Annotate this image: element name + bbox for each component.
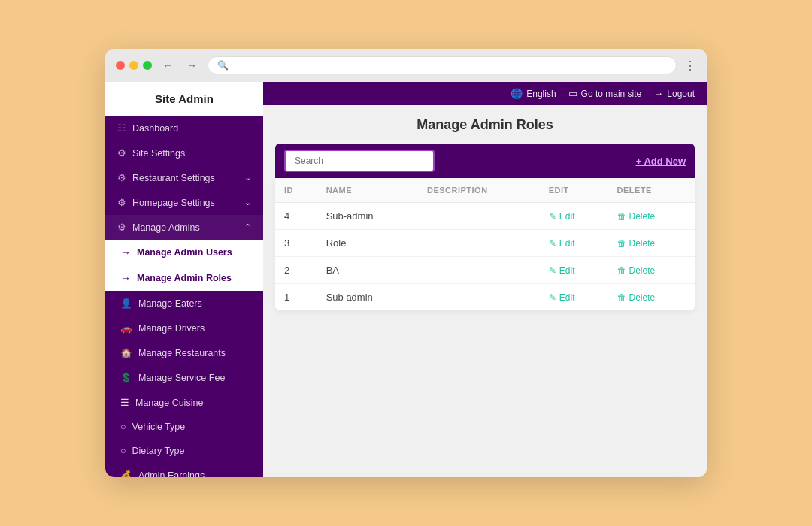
cell-edit: ✎ Edit — [540, 230, 608, 257]
trash-icon: 🗑 — [617, 211, 626, 222]
cell-delete: 🗑 Delete — [608, 284, 695, 311]
sidebar-item-restaurant-settings[interactable]: ⚙ Restaurant Settings ⌄ — [105, 165, 263, 190]
cell-id: 2 — [275, 257, 317, 284]
delete-link[interactable]: 🗑 Delete — [617, 238, 686, 249]
sidebar-item-homepage-settings[interactable]: ⚙ Homepage Settings ⌄ — [105, 190, 263, 215]
service-fee-icon: 💲 — [120, 372, 132, 383]
drivers-icon: 🚗 — [120, 322, 132, 334]
app-layout: Site Admin ☷ Dashboard ⚙ Site Settings ⚙… — [105, 82, 707, 477]
dietary-icon: ○ — [120, 446, 126, 456]
logout-button[interactable]: → Logout — [653, 88, 695, 99]
table-row: 3 Role ✎ Edit 🗑 Delete — [275, 230, 695, 257]
page-title: Manage Admin Roles — [275, 117, 695, 133]
trash-icon: 🗑 — [617, 292, 626, 303]
browser-chrome: ← → 🔍 ⋮ — [105, 49, 707, 82]
cell-id: 4 — [275, 203, 317, 230]
cell-delete: 🗑 Delete — [608, 203, 695, 230]
sidebar-item-manage-admin-roles[interactable]: → Manage Admin Roles — [105, 265, 263, 291]
sidebar-label-vehicle-type: Vehicle Type — [132, 422, 186, 432]
traffic-lights — [116, 61, 152, 70]
cell-edit: ✎ Edit — [540, 284, 608, 311]
sidebar-label-manage-drivers: Manage Drivers — [138, 323, 205, 334]
add-new-button[interactable]: + Add New — [636, 156, 686, 167]
top-nav: 🌐 English ▭ Go to main site → Logout — [263, 82, 707, 105]
close-button[interactable] — [116, 61, 125, 70]
edit-link[interactable]: ✎ Edit — [549, 292, 599, 303]
cell-name: BA — [317, 257, 418, 284]
trash-icon: 🗑 — [617, 265, 626, 276]
forward-button[interactable]: → — [183, 58, 200, 73]
sidebar-item-manage-admin-users[interactable]: → Manage Admin Users — [105, 240, 263, 265]
col-id: ID — [275, 178, 317, 203]
sidebar-label-manage-cuisine: Manage Cuisine — [135, 398, 203, 408]
sidebar-item-dashboard[interactable]: ☷ Dashboard — [105, 116, 263, 141]
sidebar-item-vehicle-type[interactable]: ○ Vehicle Type — [105, 415, 263, 439]
homepage-settings-icon: ⚙ — [117, 197, 126, 208]
sidebar-label-site-settings: Site Settings — [132, 148, 185, 159]
pencil-icon: ✎ — [549, 211, 556, 222]
globe-icon: 🌐 — [511, 88, 523, 99]
edit-link[interactable]: ✎ Edit — [549, 265, 599, 276]
minimize-button[interactable] — [129, 61, 138, 70]
delete-link[interactable]: 🗑 Delete — [617, 211, 686, 222]
pencil-icon: ✎ — [549, 265, 556, 276]
sidebar-item-manage-admins[interactable]: ⚙ Manage Admins ⌃ — [105, 215, 263, 240]
col-delete: DELETE — [608, 178, 695, 203]
edit-link[interactable]: ✎ Edit — [549, 211, 599, 222]
col-edit: EDIT — [540, 178, 608, 203]
language-selector[interactable]: 🌐 English — [511, 88, 556, 99]
sidebar-brand: Site Admin — [105, 82, 263, 116]
sidebar-item-manage-cuisine[interactable]: ☰ Manage Cuisine — [105, 390, 263, 415]
cell-id: 3 — [275, 230, 317, 257]
table-row: 2 BA ✎ Edit 🗑 Delete — [275, 257, 695, 284]
sidebar-label-dashboard: Dashboard — [132, 123, 178, 134]
sidebar-label-dietary-type: Dietary Type — [132, 446, 185, 456]
sidebar-item-dietary-type[interactable]: ○ Dietary Type — [105, 439, 263, 463]
table-header-row: ID NAME DESCRIPTION EDIT DELETE — [275, 178, 695, 203]
search-icon: 🔍 — [217, 60, 229, 71]
more-options-button[interactable]: ⋮ — [684, 59, 696, 73]
sidebar-label-manage-admins: Manage Admins — [132, 222, 200, 233]
sidebar-label-manage-eaters: Manage Eaters — [138, 298, 202, 309]
sidebar: Site Admin ☷ Dashboard ⚙ Site Settings ⚙… — [105, 82, 263, 477]
sidebar-item-manage-eaters[interactable]: 👤 Manage Eaters — [105, 291, 263, 316]
chevron-down-icon-2: ⌄ — [244, 198, 251, 207]
content-area: Manage Admin Roles + Add New ID NAME DES… — [263, 105, 707, 477]
pencil-icon: ✎ — [549, 238, 556, 249]
sidebar-label-restaurant-settings: Restaurant Settings — [132, 173, 215, 183]
delete-link[interactable]: 🗑 Delete — [617, 265, 686, 276]
browser-window: ← → 🔍 ⋮ Site Admin ☷ Dashboard ⚙ Site Se… — [105, 49, 707, 477]
sidebar-item-manage-restaurants[interactable]: 🏠 Manage Restaurants — [105, 340, 263, 365]
sidebar-item-manage-drivers[interactable]: 🚗 Manage Drivers — [105, 316, 263, 340]
table-row: 4 Sub-admin ✎ Edit 🗑 Delete — [275, 203, 695, 230]
eaters-icon: 👤 — [120, 298, 132, 309]
main-content: 🌐 English ▭ Go to main site → Logout Man… — [263, 82, 707, 477]
url-bar[interactable]: 🔍 — [208, 56, 677, 74]
trash-icon: 🗑 — [617, 238, 626, 249]
search-input[interactable] — [284, 150, 435, 172]
sidebar-item-admin-earnings[interactable]: 💰 Admin Earnings — [105, 463, 263, 477]
data-table: ID NAME DESCRIPTION EDIT DELETE 4 Sub-ad… — [275, 178, 695, 310]
delete-link[interactable]: 🗑 Delete — [617, 292, 686, 303]
cell-delete: 🗑 Delete — [608, 257, 695, 284]
arrow-icon-roles: → — [120, 272, 131, 284]
sidebar-item-site-settings[interactable]: ⚙ Site Settings — [105, 141, 263, 165]
chevron-up-icon: ⌃ — [244, 222, 251, 232]
maximize-button[interactable] — [143, 61, 152, 70]
language-label: English — [526, 89, 556, 99]
cell-description — [418, 203, 540, 230]
cell-id: 1 — [275, 284, 317, 311]
logout-label: Logout — [667, 89, 695, 99]
cell-description — [418, 284, 540, 311]
col-name: NAME — [317, 178, 418, 203]
go-to-main-site[interactable]: ▭ Go to main site — [568, 88, 642, 99]
sidebar-item-manage-service-fee[interactable]: 💲 Manage Service Fee — [105, 365, 263, 390]
restaurant-settings-icon: ⚙ — [117, 172, 126, 183]
col-description: DESCRIPTION — [418, 178, 540, 203]
settings-icon: ⚙ — [117, 147, 126, 159]
edit-link[interactable]: ✎ Edit — [549, 238, 599, 249]
sidebar-label-manage-admin-roles: Manage Admin Roles — [137, 273, 232, 283]
back-button[interactable]: ← — [159, 58, 176, 73]
cell-edit: ✎ Edit — [540, 257, 608, 284]
cell-description — [418, 230, 540, 257]
